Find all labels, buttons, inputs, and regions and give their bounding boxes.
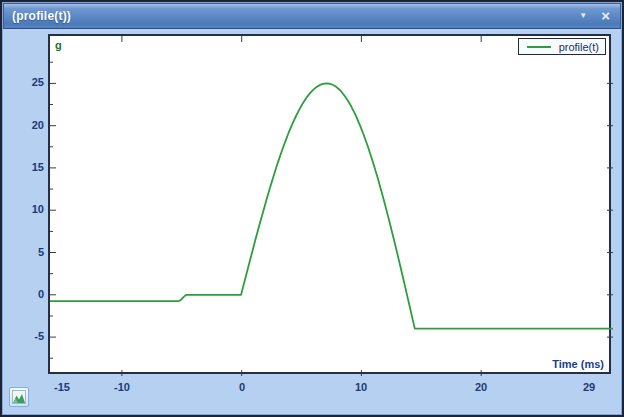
plot-area[interactable]: g Time (ms) profile(t) xyxy=(48,34,611,374)
x-tick-label: 29 xyxy=(567,381,611,393)
window-controls: ▼ × xyxy=(579,10,620,23)
y-tick-label: -5 xyxy=(8,330,44,342)
x-tick-label: 0 xyxy=(220,381,264,393)
plot-content: g Time (ms) profile(t) -15-1001020292520… xyxy=(5,31,619,412)
y-tick-label: 20 xyxy=(8,119,44,131)
plot-properties-button[interactable] xyxy=(9,387,29,407)
window-title: (profile(t)) xyxy=(4,9,71,23)
legend-label: profile(t) xyxy=(559,41,599,53)
x-tick-label: -15 xyxy=(40,381,84,393)
y-tick-label: 5 xyxy=(8,246,44,258)
y-tick-label: 25 xyxy=(8,76,44,88)
close-icon[interactable]: × xyxy=(601,8,610,23)
y-tick-label: 0 xyxy=(8,288,44,300)
window-titlebar[interactable]: (profile(t)) ▼ × xyxy=(3,3,621,29)
area-chart-icon xyxy=(12,390,26,404)
dropdown-icon[interactable]: ▼ xyxy=(579,12,587,20)
legend-line-sample xyxy=(527,46,551,48)
legend[interactable]: profile(t) xyxy=(518,38,606,55)
x-tick-label: -10 xyxy=(100,381,144,393)
y-tick-label: 10 xyxy=(8,203,44,215)
x-tick-label: 10 xyxy=(339,381,383,393)
y-tick-label: 15 xyxy=(8,161,44,173)
axis-ticks xyxy=(50,36,613,376)
plot-window: (profile(t)) ▼ × g Time (ms) profile(t) … xyxy=(0,0,624,417)
x-axis-label: Time (ms) xyxy=(552,358,604,370)
chart-canvas[interactable] xyxy=(50,36,613,376)
profile-curve[interactable] xyxy=(50,83,613,328)
y-axis-unit-label: g xyxy=(55,39,62,51)
x-tick-label: 20 xyxy=(459,381,503,393)
